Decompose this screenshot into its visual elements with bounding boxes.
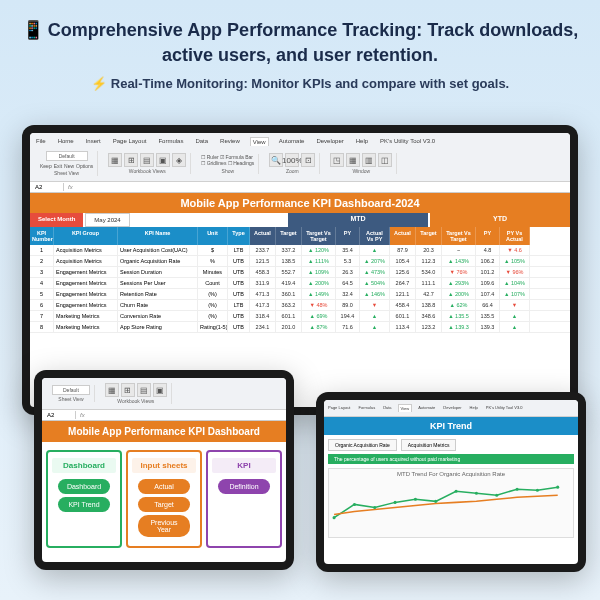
actual-button[interactable]: Actual — [138, 479, 189, 494]
keep-button[interactable]: Keep — [40, 163, 52, 169]
tab-file[interactable]: File — [34, 137, 48, 146]
mini-normal-icon[interactable]: ▦ — [105, 383, 119, 397]
mini-dashboard-title: Mobile App Performance KPI Dashboard — [42, 421, 286, 442]
split-icon[interactable]: ◫ — [378, 153, 392, 167]
col-kpi-group: KPI Group — [54, 227, 118, 245]
tablet-2-screen: Page Layout Formulas Data View Automate … — [324, 400, 578, 564]
trend-kpi-name[interactable]: Organic Acquisition Rate — [328, 439, 397, 451]
prev-year-button[interactable]: Previous Year — [138, 515, 189, 537]
table-row[interactable]: 8Marketing MetricsApp Store RatingRating… — [30, 322, 570, 333]
svg-point-3 — [394, 501, 397, 504]
t2-tab-dt[interactable]: Data — [381, 404, 393, 412]
col-ytd-tv: Target Vs Target — [442, 227, 476, 245]
t2-tab-dv[interactable]: Developer — [441, 404, 463, 412]
tab-developer[interactable]: Developer — [314, 137, 345, 146]
tab-view[interactable]: View — [250, 137, 269, 146]
new-window-icon[interactable]: ◳ — [330, 153, 344, 167]
t2-tab-fm[interactable]: Formulas — [356, 404, 377, 412]
month-dropdown[interactable]: May 2024 — [85, 213, 129, 227]
freeze-icon[interactable]: ▥ — [362, 153, 376, 167]
arrange-icon[interactable]: ▦ — [346, 153, 360, 167]
tab-review[interactable]: Review — [218, 137, 242, 146]
t2-tab-hp[interactable]: Help — [468, 404, 480, 412]
svg-point-5 — [434, 500, 437, 503]
mtd-header: MTD — [288, 213, 428, 227]
col-ytd-pya: PY Vs Actual — [500, 227, 530, 245]
col-mtd-target: Target — [276, 227, 302, 245]
table-row[interactable]: 4Engagement MetricsSessions Per UserCoun… — [30, 278, 570, 289]
mini-default[interactable]: Default — [52, 385, 90, 395]
mini-custom-icon[interactable]: ▣ — [153, 383, 167, 397]
t2-tab-pl[interactable]: Page Layout — [326, 404, 352, 412]
svg-point-6 — [455, 490, 458, 493]
col-mtd-apy: Actual Vs PY — [360, 227, 390, 245]
col-kpi-name: KPI Name — [118, 227, 198, 245]
cell-reference[interactable]: A2 — [34, 183, 64, 191]
kpi-trend-button[interactable]: KPI Trend — [58, 497, 109, 512]
tab-page-layout[interactable]: Page Layout — [111, 137, 149, 146]
col-ytd-target: Target — [416, 227, 442, 245]
mini-cell-ref[interactable]: A2 — [46, 411, 76, 419]
col-mtd-actual: Actual — [250, 227, 276, 245]
col-mtd-tv: Target Vs Target — [302, 227, 336, 245]
table-row[interactable]: 3Engagement MetricsSession DurationMinut… — [30, 267, 570, 278]
options-button[interactable]: Options — [76, 163, 93, 169]
workbook-views-label: Workbook Views — [129, 168, 166, 174]
custom-views-icon[interactable]: ▣ — [156, 153, 170, 167]
t2-tab-ut[interactable]: PK's Utility Tool V3.0 — [484, 404, 525, 412]
tablet-1-screen: Default Sheet View ▦ ⊞ ▤ ▣ Workbook View… — [42, 378, 286, 562]
svg-point-0 — [333, 516, 336, 519]
sheet-view-group: Default Keep Exit New Options Sheet View — [36, 151, 98, 176]
zoom-100-icon[interactable]: 100% — [285, 153, 299, 167]
zoom-selection-icon[interactable]: ⊡ — [301, 153, 315, 167]
col-kpi-number: KPI Number — [30, 227, 54, 245]
tab-insert[interactable]: Insert — [84, 137, 103, 146]
fx-label: fx — [64, 184, 77, 190]
sheet-view-default[interactable]: Default — [46, 151, 88, 161]
sheet-view-label: Sheet View — [54, 170, 79, 176]
tab-home[interactable]: Home — [56, 137, 76, 146]
col-ytd-py: PY — [476, 227, 500, 245]
table-row[interactable]: 2Acquisition MetricsOrganic Acquisition … — [30, 256, 570, 267]
input-column: Input sheets Actual Target Previous Year — [126, 450, 202, 548]
new-button[interactable]: New — [64, 163, 74, 169]
table-row[interactable]: 5Engagement MetricsRetention Rate(%)UTB4… — [30, 289, 570, 300]
dashboard-title: Mobile App Performance KPI Dashboard-202… — [30, 193, 570, 213]
show-label: Show — [222, 168, 235, 174]
table-row[interactable]: 6Engagement MetricsChurn Rate(%)LTB417.3… — [30, 300, 570, 311]
col-ytd-actual: Actual — [390, 227, 416, 245]
mini-workbook-views: ▦ ⊞ ▤ ▣ Workbook Views — [101, 383, 172, 404]
tab-help[interactable]: Help — [354, 137, 370, 146]
t2-tab-au[interactable]: Automate — [416, 404, 437, 412]
exit-button[interactable]: Exit — [54, 163, 62, 169]
tab-data[interactable]: Data — [193, 137, 210, 146]
tab-utility[interactable]: PK's Utility Tool V3.0 — [378, 137, 437, 146]
gridlines-check[interactable]: ☐ Gridlines ☐ Headings — [201, 160, 254, 167]
svg-point-11 — [556, 486, 559, 489]
zoom-label: Zoom — [286, 168, 299, 174]
kpi-column: KPI Definition — [206, 450, 282, 548]
mini-pagebreak-icon[interactable]: ⊞ — [121, 383, 135, 397]
table-row[interactable]: 1Acquisition MetricsUser Acquisition Cos… — [30, 245, 570, 256]
page-break-icon[interactable]: ⊞ — [124, 153, 138, 167]
target-button[interactable]: Target — [138, 497, 189, 512]
mini-pagelayout-icon[interactable]: ▤ — [137, 383, 151, 397]
navigation-icon[interactable]: ◈ — [172, 153, 186, 167]
svg-point-2 — [373, 506, 376, 509]
subhead-text: Real-Time Monitoring: Monitor KPIs and c… — [111, 76, 509, 91]
page-layout-icon[interactable]: ▤ — [140, 153, 154, 167]
normal-view-icon[interactable]: ▦ — [108, 153, 122, 167]
input-col-title: Input sheets — [132, 458, 196, 473]
dashboard-button[interactable]: Dashboard — [58, 479, 109, 494]
tab-formulas[interactable]: Formulas — [156, 137, 185, 146]
phone-icon: 📱 — [22, 18, 44, 43]
definition-button[interactable]: Definition — [218, 479, 269, 494]
table-row[interactable]: 7Marketing MetricsConversion Rate(%)UTB3… — [30, 311, 570, 322]
chart-svg — [329, 479, 573, 530]
trend-group: Acquisition Metrics — [401, 439, 457, 451]
tablet-2: Page Layout Formulas Data View Automate … — [316, 392, 586, 572]
show-group: ☐ Ruler ☑ Formula Bar ☐ Gridlines ☐ Head… — [197, 154, 259, 174]
t2-tab-vw[interactable]: View — [398, 404, 413, 412]
mini-fx: fx — [76, 412, 89, 418]
tab-automate[interactable]: Automate — [277, 137, 307, 146]
